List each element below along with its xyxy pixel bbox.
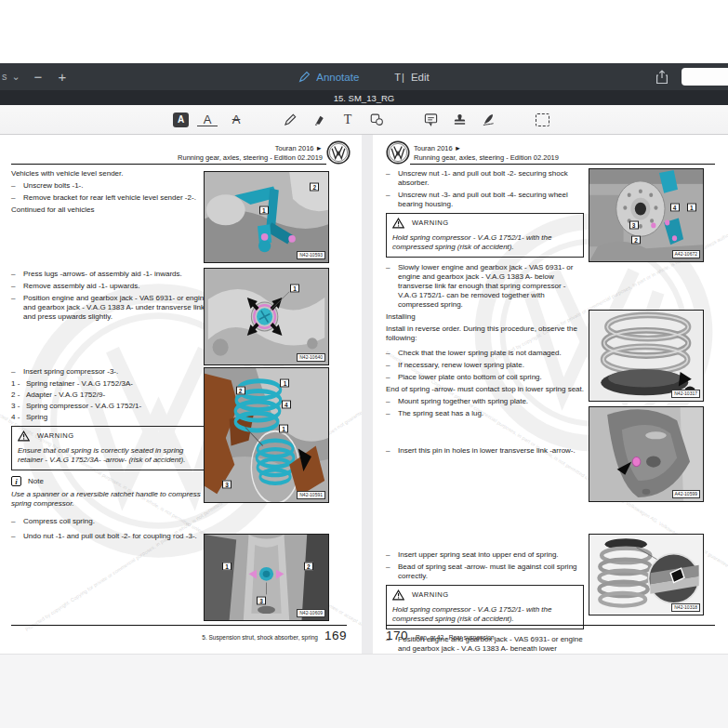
note-tool-icon[interactable] [420,111,441,129]
bullet-text: Unscrew nut -1- and pull out bolt -2- se… [398,169,584,188]
page-170: Protected by copyright. Copying for priv… [373,135,728,654]
select-tool-icon[interactable] [532,111,552,129]
figure-plate-label: A42-10599 [672,490,700,498]
bullet-dash: – [386,263,398,310]
pencil-tool-icon[interactable] [280,111,300,129]
highlighter-tool-icon[interactable] [309,111,329,129]
figure-transverse-link: A42-10599 [589,406,704,502]
warning-title: WARNING [37,431,73,441]
figure-callout: 2 [631,236,641,245]
figure-spring-seat: N42-10317 [589,310,704,402]
page-footer: 170 Rep. gr.42 - Rear suspension [386,625,715,642]
figure-plate-label: N42-10318 [671,603,700,612]
bullet-text: Mount spring together with spring plate. [398,397,528,406]
bullet-dash: – [386,550,398,560]
figure-shock-absorber: A42-10672 4132 [589,168,704,262]
strikethrough-tool-icon[interactable]: A [226,111,246,129]
bullet-dash: – [386,563,398,581]
figure-spring-inset: N42-10318 [589,534,704,615]
bullet-item: –Check that the lower spring plate is no… [386,349,584,358]
legend-item: 2 -Adapter - V.A.G 1752/9- [11,390,209,400]
bullet-text: If necessary, renew lower spring plate. [398,361,524,370]
edit-button[interactable]: T| Edit [394,72,429,83]
text-style-tool-icon[interactable]: A [173,113,189,127]
bullet-dash: – [386,373,398,382]
paragraph: Installing [386,312,584,322]
bullet-item: –Bead of spring seat -arrow- must lie ag… [386,563,584,581]
shapes-tool-icon[interactable] [366,111,387,129]
bullet-dash: – [386,446,398,456]
warning-text: Ensure that coil spring is correctly sea… [18,446,203,465]
header-edition: Running gear, axles, steering - Edition … [11,153,323,163]
page-number: 170 [386,629,408,642]
bullet-dash: – [11,532,23,541]
bullet-dash: – [386,169,398,188]
page-169: Protected by copyright. Copying for priv… [0,135,362,654]
figure-plate-label: N42-10591 [297,491,325,499]
note-header: iNote [11,476,209,486]
vw-logo-icon [326,140,351,165]
annotate-button[interactable]: Annotate [298,71,359,83]
vw-logo-icon [386,140,410,165]
bullet-item: –Slowly lower engine and gearbox jack - … [386,263,584,310]
bullet-item: –Insert this pin in holes in lower trans… [386,446,584,456]
app-window: s ⌄ − + Annotate T| Edit 15. SM_13_RG [0,0,728,728]
bullet-text: Bead of spring seat -arrow- must lie aga… [398,563,584,581]
warning-triangle-icon [392,589,404,601]
signature-tool-icon[interactable] [478,111,498,129]
bullet-text: The spring seat has a lug. [398,409,483,418]
figure-callout: 1 [280,378,289,387]
spacer [11,324,209,367]
bullet-dash: – [386,361,398,370]
bullet-text: Insert spring compressor -3-. [23,367,118,377]
spacer [386,458,584,550]
warning-box: WARNINGEnsure that coil spring is correc… [11,426,209,470]
header-edition: Running gear, axles, steering - Edition … [414,153,715,163]
paragraph: Continued for all vehicles [11,205,209,215]
figure-callout: 2 [304,563,313,571]
bullet-dash: – [386,397,398,406]
page-header: Touran 2016 ► Running gear, axles, steer… [11,140,351,165]
search-field[interactable] [682,68,728,86]
figure-plate-label: A42-10672 [672,250,700,258]
figure-callout: 4 [282,400,291,408]
figure-callout: 1 [687,203,696,211]
stamp-tool-icon[interactable] [449,111,470,129]
share-icon[interactable] [655,70,668,85]
annotation-toolbar: A A A T [0,105,728,135]
text-tool-icon[interactable]: T [338,111,358,129]
bullet-item: –Position engine and gearbox jack - VAS … [11,294,209,322]
bullet-dash: – [386,349,398,358]
bullet-dash: – [11,367,23,377]
legend-number: 4 - [11,413,26,422]
bullet-item: –The spring seat has a lug. [386,409,584,418]
figure-callout: 3 [257,596,266,604]
page-divider [362,135,373,654]
figure-callout: 1 [290,284,299,292]
bullet-item: –Press lugs -arrows- of assembly aid -1-… [11,270,209,279]
bullet-text: Press lugs -arrows- of assembly aid -1- … [23,270,182,279]
figure-assembly-aid: N42-10640 1 [204,268,329,365]
spacer [386,421,584,446]
figure-plate-label: N42-10593 [297,251,325,259]
note-text: Use a spanner or a reversible ratchet ha… [11,490,209,509]
bullet-text: Compress coil spring. [23,517,95,526]
bullet-dash: – [11,282,23,291]
bullet-item: –Remove assembly aid -1- upwards. [11,282,209,291]
bullet-dash: – [11,181,23,191]
bullet-item: –Undo nut -1- and pull out bolt -2- for … [11,532,209,541]
bullet-dash: – [11,294,23,322]
document-area[interactable]: Protected by copyright. Copying for priv… [0,135,728,654]
figure-plate-label: N42-10609 [297,609,325,617]
bullet-item: –Unscrew nut -1- and pull out bolt -2- s… [386,169,584,188]
underline-tool-icon[interactable]: A [197,113,218,126]
warning-text: Hold spring compressor - V.A.G 1752/1- w… [392,233,577,252]
figure-callout: 2 [236,387,245,395]
bullet-item: –Compress coil spring. [11,517,209,526]
bullet-item: –Unscrew nut -3- and pull out bolt -4- s… [386,191,584,209]
legend-number: 2 - [11,390,26,400]
bullet-text: Unscrew nut -3- and pull out bolt -4- se… [398,191,584,209]
warning-box: WARNINGHold spring compressor - V.A.G 17… [386,585,584,629]
paragraph: Install in reverse order. During this pr… [386,324,584,343]
warning-triangle-icon [392,218,404,229]
